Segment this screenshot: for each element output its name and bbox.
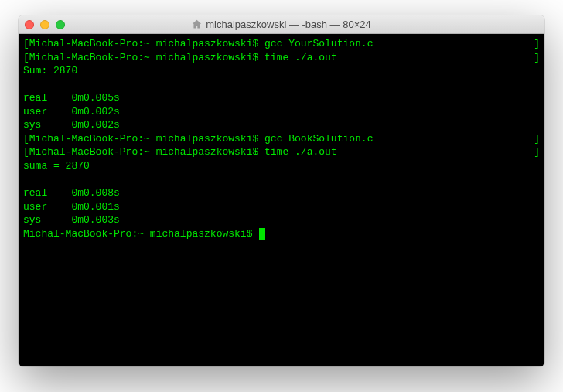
traffic-lights bbox=[25, 20, 65, 29]
terminal-prompt-line: [Michal-MacBook-Pro:~ michalpaszkowski$ … bbox=[23, 132, 540, 146]
terminal-prompt-line: [Michal-MacBook-Pro:~ michalpaszkowski$ … bbox=[23, 145, 540, 159]
close-button[interactable] bbox=[25, 20, 34, 29]
terminal-prompt-line: Michal-MacBook-Pro:~ michalpaszkowski$ bbox=[23, 227, 540, 241]
titlebar: michalpaszkowski — -bash — 80×24 bbox=[19, 15, 544, 34]
window-title: michalpaszkowski — -bash — 80×24 bbox=[206, 19, 371, 30]
terminal-output-line bbox=[23, 78, 540, 92]
prompt-right-bracket: ] bbox=[534, 37, 540, 51]
prompt-right-bracket: ] bbox=[534, 145, 540, 159]
terminal-output-line: suma = 2870 bbox=[23, 159, 540, 173]
prompt-right-bracket: ] bbox=[534, 51, 540, 65]
home-icon bbox=[192, 19, 202, 29]
terminal-prompt-line: [Michal-MacBook-Pro:~ michalpaszkowski$ … bbox=[23, 37, 540, 51]
minimize-button[interactable] bbox=[40, 20, 49, 29]
maximize-button[interactable] bbox=[56, 20, 65, 29]
terminal-output-line: sys 0m0.003s bbox=[23, 213, 540, 227]
terminal-output-line: user 0m0.001s bbox=[23, 200, 540, 214]
prompt-left: [Michal-MacBook-Pro:~ michalpaszkowski$ … bbox=[23, 37, 373, 51]
terminal-output-line: sys 0m0.002s bbox=[23, 118, 540, 132]
terminal-output-line: Sum: 2870 bbox=[23, 64, 540, 78]
prompt-left: [Michal-MacBook-Pro:~ michalpaszkowski$ … bbox=[23, 132, 373, 146]
terminal-output-line bbox=[23, 172, 540, 186]
prompt-left: [Michal-MacBook-Pro:~ michalpaszkowski$ … bbox=[23, 145, 337, 159]
prompt-right-bracket: ] bbox=[534, 132, 540, 146]
cursor bbox=[259, 228, 265, 240]
terminal-output-line: real 0m0.008s bbox=[23, 186, 540, 200]
terminal-output-line: real 0m0.005s bbox=[23, 91, 540, 105]
window-title-container: michalpaszkowski — -bash — 80×24 bbox=[19, 19, 544, 30]
prompt-left: [Michal-MacBook-Pro:~ michalpaszkowski$ … bbox=[23, 51, 337, 65]
prompt-text: Michal-MacBook-Pro:~ michalpaszkowski$ bbox=[23, 228, 258, 240]
terminal-prompt-line: [Michal-MacBook-Pro:~ michalpaszkowski$ … bbox=[23, 51, 540, 65]
terminal-window: michalpaszkowski — -bash — 80×24 [Michal… bbox=[19, 15, 544, 366]
terminal-body[interactable]: [Michal-MacBook-Pro:~ michalpaszkowski$ … bbox=[19, 34, 544, 366]
terminal-output-line: user 0m0.002s bbox=[23, 105, 540, 119]
